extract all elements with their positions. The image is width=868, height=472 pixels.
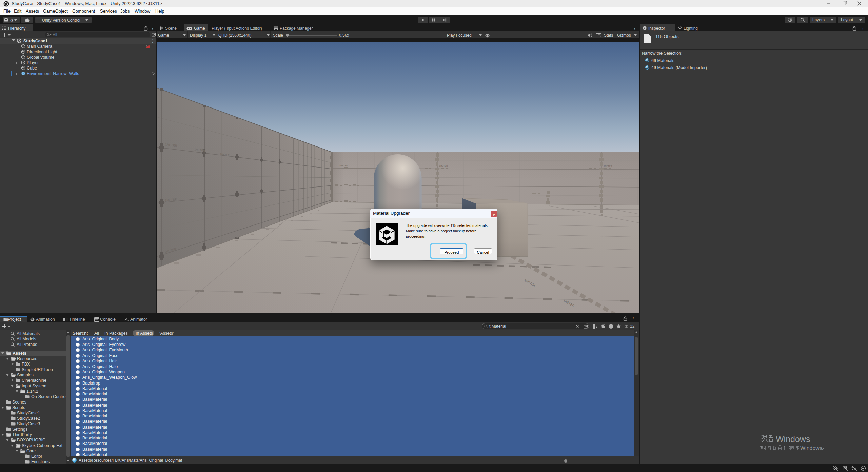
svg-text:Windows: Windows bbox=[776, 434, 810, 444]
svg-text:Windows: Windows bbox=[800, 445, 822, 451]
svg-text:1METER: 1METER bbox=[339, 164, 348, 167]
svg-text:1METER: 1METER bbox=[439, 165, 448, 168]
svg-text:1METER: 1METER bbox=[604, 165, 612, 168]
